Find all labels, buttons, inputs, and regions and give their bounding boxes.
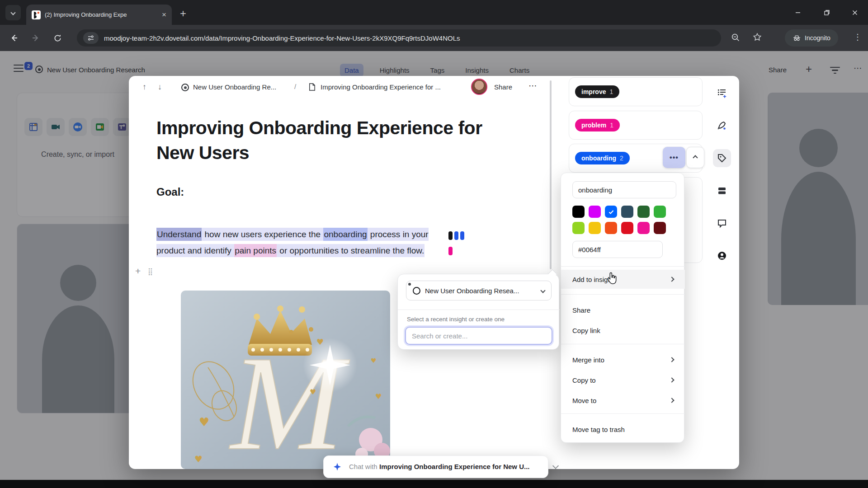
incognito-badge: Incognito [785,29,838,47]
sparkle-icon [333,462,342,471]
menu-merge-into[interactable]: Merge into [561,350,685,369]
highlight-marks-line2[interactable] [448,247,453,255]
tags-rail-icon[interactable] [713,149,731,167]
insight-search-input[interactable] [405,327,552,345]
forward-button[interactable] [28,33,43,42]
project-target-icon [413,287,420,295]
color-swatch-gold[interactable] [589,222,601,234]
tab-title: (2) Improving Onboarding Expe [45,11,158,18]
breadcrumb-separator: / [294,83,296,90]
new-tab-button[interactable]: + [180,7,186,20]
tag-card-improve[interactable]: improve1 [569,77,703,106]
document-share-button[interactable]: Share [494,83,512,91]
menu-add-to-insight[interactable]: Add to insight [561,270,685,289]
color-swatch-black[interactable] [572,206,585,218]
add-block-icon[interactable]: + [135,266,141,277]
color-swatch-magenta[interactable] [589,206,601,218]
site-info-icon[interactable] [83,32,99,44]
svg-text:♥: ♥ [375,392,382,401]
menu-share[interactable]: Share [561,300,685,319]
highlight-onboarding[interactable]: onboarding [323,228,367,241]
menu-move-tag-to-trash[interactable]: Move tag to trash [561,420,685,439]
goal-heading: Goal: [156,186,184,198]
bookmark-star-icon[interactable] [752,32,762,44]
svg-text:♥: ♥ [194,454,203,465]
chevron-down-icon [10,10,15,15]
insight-hint: Select a recent insight or create one [407,316,505,323]
tab-search-button[interactable] [5,5,21,20]
selector-label: New User Onboarding Resea... [425,287,537,295]
window-minimize-button[interactable] [788,6,808,19]
document-image: M ♥♥♥♥♥♥ [181,291,390,469]
color-swatch-slate[interactable] [621,206,633,218]
document-title: Improving Onboarding Experience for New … [156,116,500,165]
highlight-selected[interactable]: Understand [156,228,202,241]
color-swatch-red[interactable] [621,222,633,234]
tag-context-menu: Add to insight Share Copy link Merge int… [561,173,684,443]
menu-copy-to[interactable]: Copy to [561,371,685,389]
url-text: moodjoy-team-2h2v.dovetail.com/data/Impr… [104,34,460,42]
document-paragraph: Understand how new users experience the … [156,226,449,259]
breadcrumb-project[interactable]: New User Onboarding Re... [193,83,276,91]
insight-project-selector[interactable]: New User Onboarding Resea... [406,281,552,300]
tag-card-problem[interactable]: problem1 [569,111,703,140]
highlight-pen-icon[interactable] [713,117,731,135]
menu-copy-link[interactable]: Copy link [561,321,685,340]
tag-label: onboarding [581,155,616,162]
insight-popover: New User Onboarding Resea... Select a re… [397,274,559,350]
people-rail-icon[interactable] [713,247,731,265]
window-close-button[interactable] [844,6,865,19]
color-swatch-maroon[interactable] [654,222,666,234]
highlight-marks-line1[interactable] [448,231,464,240]
document-scrollbar[interactable] [550,80,552,269]
chat-with-doc-button[interactable]: Chat with Improving Onboarding Experienc… [323,455,548,478]
chat-prefix: Chat with [349,463,377,470]
prev-item-arrow-icon[interactable]: ↑ [142,82,146,92]
highlight-base[interactable]: or opportunities to streamline the flow. [277,244,425,257]
incognito-label: Incognito [805,34,830,42]
tag-name-input[interactable] [572,181,676,198]
chevron-down-icon [540,288,545,293]
menu-move-to[interactable]: Move to [561,391,685,410]
tag-count: 1 [610,122,613,129]
browser-tab[interactable]: (2) Improving Onboarding Expe × [26,5,172,25]
comments-rail-icon[interactable] [713,214,731,232]
author-avatar[interactable] [471,79,487,95]
color-swatch-pink[interactable] [637,222,650,234]
color-swatch-dark-green[interactable] [637,206,650,218]
tab-close-icon[interactable]: × [162,11,166,19]
blocks-rail-icon[interactable] [713,182,731,200]
address-bar[interactable]: moodjoy-team-2h2v.dovetail.com/data/Impr… [77,29,721,47]
summary-list-icon[interactable] [713,84,731,102]
drag-handle-icon[interactable]: ⣿ [148,267,153,276]
svg-text:♥: ♥ [316,337,324,347]
tag-more-button[interactable]: ••• [663,147,685,168]
tag-label: problem [581,122,606,129]
tag-label: improve [581,88,606,95]
document-icon [308,83,316,93]
browser-menu-icon[interactable]: ⋮ [854,32,862,42]
tag-count: 1 [609,88,613,95]
tab-strip: (2) Improving Onboarding Expe × + [0,0,868,25]
scroll-down-icon[interactable] [553,462,558,470]
bottom-strip [0,480,868,488]
color-swatch-orange[interactable] [605,222,617,234]
tag-collapse-button[interactable] [686,147,704,168]
svg-text:♥: ♥ [371,357,377,364]
color-swatch-blue-selected[interactable] [605,206,617,218]
document-overflow-icon[interactable]: ⋯ [528,80,538,91]
window-restore-button[interactable] [816,6,837,19]
hex-color-input[interactable] [572,241,663,258]
color-swatch-lime[interactable] [572,222,585,234]
back-button[interactable] [6,33,22,42]
color-swatch-green[interactable] [654,206,666,218]
breadcrumb-project-icon [181,84,189,91]
zoom-page-icon[interactable] [731,33,741,44]
highlight-base[interactable]: how new users experience the [202,228,323,241]
svg-text:♥: ♥ [199,415,209,429]
highlight-pain-points[interactable]: pain points [234,244,277,257]
reload-button[interactable] [50,34,65,42]
next-item-arrow-icon[interactable]: ↓ [158,82,162,92]
breadcrumb-document[interactable]: Improving Onboarding Experience for ... [321,83,441,91]
dovetail-favicon-icon [32,10,41,19]
